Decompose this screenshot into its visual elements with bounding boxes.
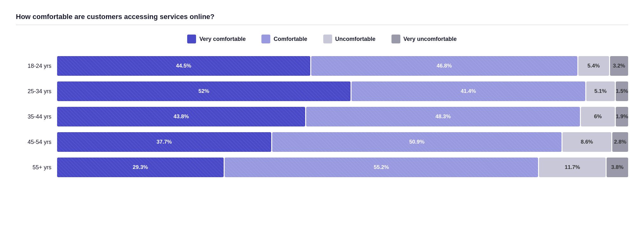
bars-row-2: 43.8%48.3%6%1.9%	[57, 107, 628, 126]
row-label-4: 55+ yrs	[16, 164, 57, 171]
chart-row: 55+ yrs29.3%55.2%11.7%3.8%	[16, 158, 628, 177]
bar-very_comfortable-row-1: 52%	[57, 81, 351, 101]
legend-item-very-comfortable: Very comfortable	[187, 35, 246, 43]
legend-swatch-uncomfortable	[323, 35, 332, 43]
legend-swatch-very-uncomfortable	[391, 35, 400, 43]
bar-very_uncomfortable-row-1: 1.5%	[616, 81, 628, 101]
legend-label-comfortable: Comfortable	[273, 36, 307, 42]
bar-very_uncomfortable-row-0: 3.2%	[610, 56, 628, 76]
legend-label-very-uncomfortable: Very uncomfortable	[404, 36, 457, 42]
legend-label-very-comfortable: Very comfortable	[199, 36, 246, 42]
bars-row-4: 29.3%55.2%11.7%3.8%	[57, 158, 628, 177]
bar-comfortable-row-1: 41.4%	[352, 81, 585, 101]
chart-area: 18-24 yrs44.5%46.8%5.4%3.2%25-34 yrs52%4…	[16, 56, 628, 177]
chart-title: How comfortable are customers accessing …	[16, 13, 628, 21]
legend-item-very-uncomfortable: Very uncomfortable	[391, 35, 457, 43]
bar-comfortable-row-3: 50.9%	[272, 132, 562, 152]
bar-very_comfortable-row-0: 44.5%	[57, 56, 310, 76]
bar-very_uncomfortable-row-2: 1.9%	[616, 107, 628, 126]
bar-comfortable-row-0: 46.8%	[311, 56, 577, 76]
bar-comfortable-row-2: 48.3%	[306, 107, 580, 126]
bar-comfortable-row-4: 55.2%	[225, 158, 538, 177]
row-label-2: 35-44 yrs	[16, 113, 57, 120]
bar-uncomfortable-row-3: 8.6%	[562, 132, 611, 152]
row-label-0: 18-24 yrs	[16, 63, 57, 69]
bar-uncomfortable-row-1: 5.1%	[586, 81, 615, 101]
legend-item-comfortable: Comfortable	[261, 35, 307, 43]
bar-very_uncomfortable-row-3: 2.8%	[612, 132, 628, 152]
chart-row: 45-54 yrs37.7%50.9%8.6%2.8%	[16, 132, 628, 152]
bar-uncomfortable-row-2: 6%	[581, 107, 615, 126]
row-label-1: 25-34 yrs	[16, 88, 57, 95]
divider	[16, 25, 628, 25]
legend-swatch-comfortable	[261, 35, 270, 43]
bar-very_comfortable-row-2: 43.8%	[57, 107, 305, 126]
chart-row: 35-44 yrs43.8%48.3%6%1.9%	[16, 107, 628, 126]
chart-row: 25-34 yrs52%41.4%5.1%1.5%	[16, 81, 628, 101]
chart-row: 18-24 yrs44.5%46.8%5.4%3.2%	[16, 56, 628, 76]
legend-label-uncomfortable: Uncomfortable	[335, 36, 376, 42]
bars-row-1: 52%41.4%5.1%1.5%	[57, 81, 628, 101]
bar-very_comfortable-row-3: 37.7%	[57, 132, 271, 152]
bar-very_uncomfortable-row-4: 3.8%	[607, 158, 628, 177]
legend: Very comfortableComfortableUncomfortable…	[16, 35, 628, 43]
legend-item-uncomfortable: Uncomfortable	[323, 35, 376, 43]
bar-uncomfortable-row-4: 11.7%	[539, 158, 606, 177]
bars-row-0: 44.5%46.8%5.4%3.2%	[57, 56, 628, 76]
bar-very_comfortable-row-4: 29.3%	[57, 158, 224, 177]
bars-row-3: 37.7%50.9%8.6%2.8%	[57, 132, 628, 152]
legend-swatch-very-comfortable	[187, 35, 196, 43]
bar-uncomfortable-row-0: 5.4%	[578, 56, 609, 76]
row-label-3: 45-54 yrs	[16, 139, 57, 145]
